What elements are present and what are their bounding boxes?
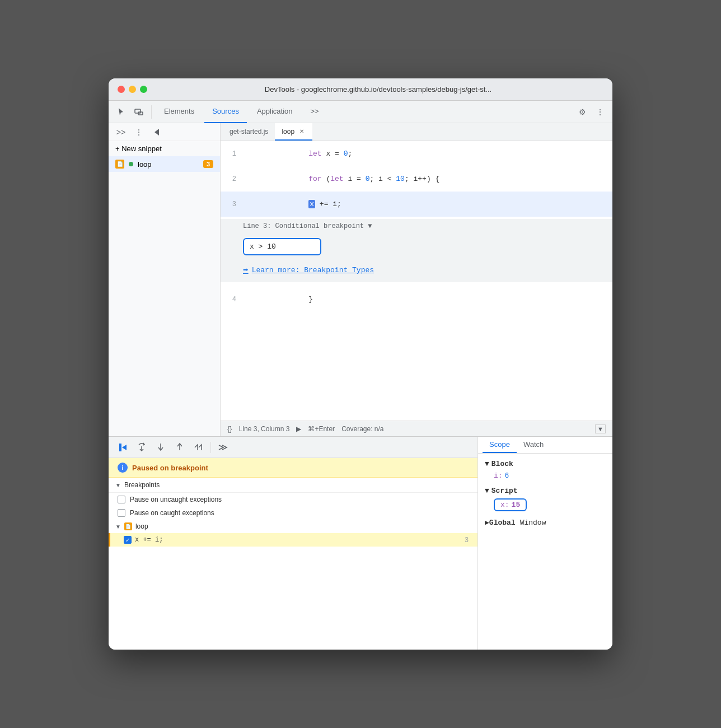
code-content: 1 let x = 0; 2 for (let i = 0; i < 10; i…	[221, 141, 612, 312]
status-bar: {} Line 3, Column 3 ▶ ⌘+Enter Coverage: …	[221, 421, 612, 436]
line-num-3: 3	[221, 200, 243, 208]
bp-file-icon: 📄	[124, 522, 132, 530]
coverage-status: Coverage: n/a	[341, 425, 383, 433]
close-button[interactable]	[118, 86, 125, 93]
scope-content: ▼ Block i: 6 ▼ Script	[478, 454, 612, 536]
step-into-btn[interactable]	[153, 440, 168, 455]
coverage-menu-icon[interactable]: ▼	[595, 424, 606, 433]
block-title: Block	[491, 460, 513, 468]
active-dot	[129, 162, 133, 166]
line-code-2: for (let i = 0; i < 10; i++) {	[243, 166, 439, 192]
x-val-highlighted-box: x: 15	[494, 498, 527, 511]
code-line-3: 3 x += i;	[221, 192, 612, 217]
bp-loop-checkbox[interactable]: ✓	[124, 536, 132, 544]
step-out-btn[interactable]	[172, 440, 187, 455]
main-toolbar: Elements Sources Application >> ⚙ ⋮	[109, 101, 612, 123]
device-toggle-icon[interactable]	[131, 104, 147, 120]
sources-panel: >> ⋮ + New snippet 📄 loop 3 get-start	[109, 123, 612, 437]
i-var-row: i: 6	[483, 470, 608, 482]
bp-loop-section: ▼ 📄 loop	[109, 520, 477, 533]
left-panel-inner: i Paused on breakpoint ▼ Breakpoints Pau…	[109, 458, 477, 547]
title-bar: DevTools - googlechrome.github.io/devtoo…	[109, 78, 612, 101]
sidebar-loop-file[interactable]: 📄 loop 3	[109, 156, 220, 172]
run-icon[interactable]: ▶	[296, 425, 301, 433]
scope-tab[interactable]: Scope	[483, 437, 517, 453]
pause-caught-checkbox[interactable]	[118, 509, 125, 517]
global-title: ▶Global	[485, 518, 516, 527]
breakpoint-popup: Line 3: Conditional breakpoint ▼ ➡ Learn…	[221, 219, 612, 282]
deactivate-btn[interactable]	[216, 440, 230, 455]
bp-input-container	[221, 234, 612, 260]
sidebar-back-icon[interactable]	[149, 124, 165, 140]
line-num-1: 1	[221, 150, 243, 158]
more-options-icon[interactable]: ⋮	[592, 104, 608, 120]
i-var-value: 6	[505, 472, 509, 480]
tab-application[interactable]: Application	[249, 101, 301, 123]
new-snippet-btn[interactable]: + New snippet	[109, 141, 220, 156]
traffic-lights	[118, 86, 147, 93]
settings-icon[interactable]: ⚙	[574, 104, 590, 120]
info-icon: i	[118, 463, 128, 473]
tab-label-loop: loop	[282, 128, 294, 136]
format-icon[interactable]: {}	[227, 424, 232, 433]
right-scope-panel: Scope Watch ▼ Block i: 6	[478, 437, 612, 650]
script-title: Script	[491, 487, 518, 495]
breakpoints-header[interactable]: ▼ Breakpoints	[109, 478, 477, 493]
block-triangle: ▼	[485, 460, 489, 468]
line-code-1: let x = 0;	[243, 141, 352, 166]
line-num-4: 4	[221, 296, 243, 304]
learn-more-link[interactable]: ➡ Learn more: Breakpoint Types	[243, 264, 590, 276]
editor-tab-get-started[interactable]: get-started.js	[223, 123, 275, 141]
tab-more[interactable]: >>	[303, 101, 327, 123]
sidebar-more-icon[interactable]: >>	[113, 124, 129, 140]
file-icon: 📄	[115, 160, 124, 169]
sidebar: >> ⋮ + New snippet 📄 loop 3	[109, 123, 221, 436]
breakpoint-condition-input[interactable]	[243, 238, 321, 255]
file-name: loop	[138, 160, 152, 169]
global-value: Window	[520, 519, 546, 527]
step-over-btn[interactable]	[134, 440, 149, 455]
minimize-button[interactable]	[129, 86, 136, 93]
block-scope-group: ▼ Block i: 6	[483, 458, 608, 482]
step-long-btn[interactable]	[191, 440, 206, 455]
maximize-button[interactable]	[140, 86, 147, 93]
x-var-value: 15	[512, 501, 521, 509]
line-code-3: x += i;	[243, 192, 341, 217]
pause-caught-row: Pause on caught exceptions	[109, 506, 477, 520]
breakpoints-title: Breakpoints	[124, 481, 160, 489]
code-editor: 1 let x = 0; 2 for (let i = 0; i < 10; i…	[221, 141, 612, 421]
watch-tab[interactable]: Watch	[517, 437, 550, 453]
learn-more-text: Learn more: Breakpoint Types	[252, 266, 374, 274]
editor-area: get-started.js loop ✕ 1 let x = 0;	[221, 123, 612, 436]
resume-btn[interactable]	[115, 440, 130, 455]
script-scope-group: ▼ Script x: 15	[483, 485, 608, 513]
tab-close-icon[interactable]: ✕	[298, 128, 306, 136]
devtools-window: DevTools - googlechrome.github.io/devtoo…	[109, 78, 612, 650]
cursor-icon[interactable]	[113, 104, 129, 120]
new-snippet-label: + New snippet	[115, 144, 162, 153]
sidebar-menu-icon[interactable]: ⋮	[131, 124, 147, 140]
editor-tab-loop[interactable]: loop ✕	[275, 123, 312, 141]
tab-label-get-started: get-started.js	[230, 128, 268, 136]
scope-tabs: Scope Watch	[478, 437, 612, 454]
breakpoint-badge: 3	[203, 160, 213, 168]
run-shortcut: ⌘+Enter	[308, 425, 335, 433]
bp-loop-triangle: ▼	[115, 524, 121, 530]
tab-elements[interactable]: Elements	[156, 101, 202, 123]
script-triangle: ▼	[485, 487, 489, 495]
bp-learn-more: ➡ Learn more: Breakpoint Types	[221, 260, 612, 282]
paused-text: Paused on breakpoint	[132, 464, 208, 472]
global-group-title: ▶Global Window	[483, 516, 608, 529]
pause-uncaught-checkbox[interactable]	[118, 496, 125, 503]
block-group-title: ▼ Block	[483, 458, 608, 470]
editor-tabs: get-started.js loop ✕	[221, 123, 612, 141]
line-num-2: 2	[221, 175, 243, 183]
tab-sources[interactable]: Sources	[204, 101, 247, 123]
debug-separator	[210, 442, 211, 453]
i-var-name: i:	[494, 472, 503, 480]
bp-loop-item: ✓ x += i; 3	[109, 533, 477, 547]
code-line-1: 1 let x = 0;	[221, 141, 612, 166]
bp-line-number: 3	[465, 536, 469, 544]
code-line-4: 4 }	[221, 287, 612, 312]
svg-marker-3	[119, 444, 121, 451]
